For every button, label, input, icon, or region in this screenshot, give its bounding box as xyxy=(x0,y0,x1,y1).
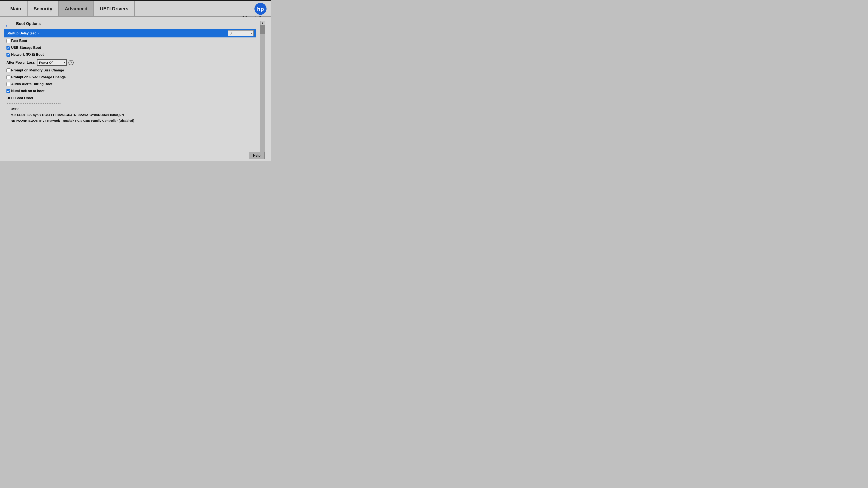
scrollbar[interactable]: ▲ ▼ xyxy=(260,21,265,158)
audio-alerts-row: Audio Alerts During Boot xyxy=(4,81,256,88)
prompt-storage-label: Prompt on Fixed Storage Change xyxy=(11,75,66,79)
prompt-memory-row: Prompt on Memory Size Change xyxy=(4,67,256,74)
prompt-storage-row: Prompt on Fixed Storage Change xyxy=(4,74,256,81)
hp-logo-area: hp HP Computer Setup xyxy=(241,2,267,19)
nav-area: Main Security Advanced UEFI Drivers hp H… xyxy=(0,1,271,17)
network-pxe-boot-row: Network (PXE) Boot xyxy=(4,51,256,58)
usb-storage-boot-label: USB Storage Boot xyxy=(11,46,41,50)
usb-storage-boot-row: USB Storage Boot xyxy=(4,44,256,51)
audio-alerts-checkbox[interactable] xyxy=(6,82,10,86)
after-power-loss-label: After Power Loss xyxy=(6,61,35,65)
prompt-storage-checkbox[interactable] xyxy=(6,75,10,79)
tab-advanced[interactable]: Advanced xyxy=(59,1,94,17)
tab-main[interactable]: Main xyxy=(4,1,28,17)
page-title: Boot Options xyxy=(16,22,256,26)
numlock-row: NumLock on at boot xyxy=(4,88,256,94)
after-power-loss-help-icon[interactable]: ? xyxy=(68,60,73,65)
back-button[interactable]: ← xyxy=(4,21,12,30)
startup-delay-dropdown-wrapper[interactable]: 0 5 10 15 20 30 60 xyxy=(228,30,254,36)
main-content: ← Boot Options Startup Delay (sec.) 0 5 … xyxy=(0,17,271,161)
boot-item-ssd[interactable]: M.2 SSD1: SK hynix BC511 HFM256GDJTNI-82… xyxy=(4,112,256,118)
tab-uefi-drivers[interactable]: UEFI Drivers xyxy=(94,1,135,17)
fast-boot-row: Fast Boot xyxy=(4,37,256,44)
startup-delay-dropdown[interactable]: 0 5 10 15 20 30 60 xyxy=(228,30,254,36)
startup-delay-row[interactable]: Startup Delay (sec.) 0 5 10 15 20 30 60 xyxy=(4,29,256,37)
numlock-checkbox[interactable] xyxy=(6,89,10,93)
tab-security[interactable]: Security xyxy=(28,1,59,17)
after-power-loss-dropdown-wrapper[interactable]: Power Off Power On Previous State xyxy=(37,59,67,66)
prompt-memory-label: Prompt on Memory Size Change xyxy=(11,68,64,72)
scroll-thumb[interactable] xyxy=(260,25,265,34)
network-pxe-boot-checkbox[interactable] xyxy=(6,53,10,57)
boot-order-divider: ------------------------------ xyxy=(4,101,256,106)
after-power-loss-row: After Power Loss Power Off Power On Prev… xyxy=(4,58,256,67)
after-power-loss-dropdown[interactable]: Power Off Power On Previous State xyxy=(37,59,67,66)
numlock-label: NumLock on at boot xyxy=(11,89,44,93)
hp-logo-icon: hp xyxy=(254,2,267,15)
scroll-up-button[interactable]: ▲ xyxy=(260,21,265,25)
fast-boot-checkbox[interactable] xyxy=(6,39,10,43)
network-pxe-boot-label: Network (PXE) Boot xyxy=(11,53,44,57)
startup-delay-label: Startup Delay (sec.) xyxy=(6,31,228,35)
scroll-track xyxy=(260,25,265,153)
svg-text:hp: hp xyxy=(257,6,264,12)
content-area: ← Boot Options Startup Delay (sec.) 0 5 … xyxy=(4,21,260,158)
boot-order-section-label: UEFI Boot Order xyxy=(4,94,256,101)
boot-item-usb[interactable]: USB: xyxy=(4,106,256,112)
help-button[interactable]: Help xyxy=(249,152,265,159)
prompt-memory-checkbox[interactable] xyxy=(6,68,10,72)
usb-storage-boot-checkbox[interactable] xyxy=(6,46,10,50)
boot-item-network[interactable]: NETWORK BOOT: IPV4 Network - Realtek PCI… xyxy=(4,118,256,124)
fast-boot-label: Fast Boot xyxy=(11,39,27,43)
audio-alerts-label: Audio Alerts During Boot xyxy=(11,82,52,86)
